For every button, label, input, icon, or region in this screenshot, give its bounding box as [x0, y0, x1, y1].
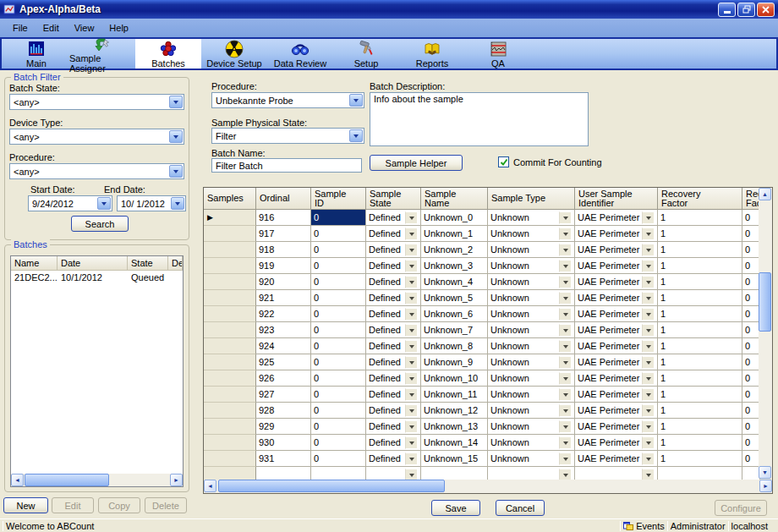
grid-cell-ordinal[interactable]: 918: [256, 242, 311, 258]
drop-down-button[interactable]: [642, 228, 655, 240]
chevron-down-icon[interactable]: [169, 130, 183, 143]
grid-column-header-sample-id[interactable]: Sample ID: [311, 188, 366, 210]
drop-down-button[interactable]: [405, 228, 418, 240]
grid-cell-sample-state[interactable]: Defined: [366, 338, 421, 354]
grid-cell-ordinal[interactable]: 922: [256, 306, 311, 322]
drop-down-button[interactable]: [405, 388, 418, 401]
menu-item-help[interactable]: Help: [101, 20, 136, 36]
grid-row-header[interactable]: [204, 451, 256, 467]
grid-cell-ordinal[interactable]: 931: [256, 451, 311, 467]
drop-down-button[interactable]: [642, 420, 655, 433]
drop-down-button[interactable]: [559, 276, 572, 288]
grid-cell-sample-name[interactable]: Unknown_14: [421, 435, 488, 451]
menu-item-file[interactable]: File: [5, 20, 36, 36]
grid-cell-recovery-factor-2[interactable]: 0: [742, 338, 760, 354]
restore-button[interactable]: [737, 3, 755, 17]
delete-button[interactable]: Delete: [145, 497, 187, 513]
grid-row-header[interactable]: [204, 467, 256, 480]
grid-row-header[interactable]: [204, 242, 256, 258]
filter-procedure-select[interactable]: <any>: [9, 163, 184, 179]
grid-cell-recovery-factor[interactable]: 1: [658, 354, 742, 370]
commit-checkbox[interactable]: [498, 156, 509, 167]
grid-cell-identifier[interactable]: UAE Perimeter: [575, 435, 658, 451]
grid-cell-sample-name[interactable]: Unknown_13: [421, 419, 488, 435]
grid-column-header-ordinal[interactable]: Ordinal: [256, 188, 311, 210]
close-button[interactable]: [757, 3, 775, 17]
grid-row-header[interactable]: [204, 419, 256, 435]
grid-cell-sample-state[interactable]: Defined: [366, 451, 421, 467]
grid-cell-recovery-factor-2[interactable]: 0: [742, 322, 760, 338]
batches-column-header-date[interactable]: Date: [58, 256, 128, 270]
toolbar-button-setup[interactable]: Setup: [333, 39, 399, 69]
grid-cell-sample-id[interactable]: 0: [311, 370, 366, 387]
procedure-select[interactable]: Unbekannte Probe: [211, 92, 364, 108]
grid-cell-sample-name[interactable]: Unknown_9: [421, 354, 488, 370]
grid-cell-recovery-factor[interactable]: 1: [658, 370, 742, 387]
scroll-left-icon[interactable]: ◄: [11, 474, 24, 486]
grid-cell-identifier[interactable]: UAE Perimeter: [575, 419, 658, 435]
grid-cell-sample-type[interactable]: Unknown: [488, 435, 575, 451]
grid-cell-ordinal[interactable]: 923: [256, 322, 311, 338]
drop-down-button[interactable]: [405, 324, 418, 337]
grid-cell-identifier[interactable]: UAE Perimeter: [575, 403, 658, 419]
grid-row-header[interactable]: [204, 274, 256, 290]
configure-button[interactable]: Configure: [715, 500, 767, 516]
grid-cell-sample-type[interactable]: Unknown: [488, 258, 575, 274]
grid-cell-sample-name[interactable]: [421, 467, 488, 480]
drop-down-button[interactable]: [405, 244, 418, 256]
batches-column-header-de[interactable]: De: [168, 256, 183, 270]
toolbar-button-reports[interactable]: Reports: [399, 39, 465, 69]
batches-column-header-state[interactable]: State: [128, 256, 168, 270]
physical-state-select[interactable]: Filter: [211, 128, 364, 144]
grid-column-header-sample-state[interactable]: Sample State: [366, 188, 421, 210]
grid-cell-sample-name[interactable]: Unknown_5: [421, 290, 488, 306]
grid-cell-sample-state[interactable]: Defined: [366, 274, 421, 290]
batch-description-input[interactable]: Info about the sample: [370, 92, 589, 146]
grid-cell-recovery-factor[interactable]: 1: [658, 242, 742, 258]
drop-down-button[interactable]: [642, 276, 655, 288]
drop-down-button[interactable]: [642, 260, 655, 272]
device-type-select[interactable]: <any>: [9, 129, 184, 145]
drop-down-button[interactable]: [642, 356, 655, 369]
drop-down-button[interactable]: [405, 211, 418, 224]
drop-down-button[interactable]: [642, 211, 655, 224]
grid-cell-identifier[interactable]: UAE Perimeter: [575, 210, 658, 226]
grid-cell-recovery-factor-2[interactable]: 0: [742, 242, 760, 258]
grid-cell-identifier[interactable]: UAE Perimeter: [575, 274, 658, 290]
grid-row-header[interactable]: [204, 322, 256, 338]
grid-cell-sample-type[interactable]: Unknown: [488, 338, 575, 354]
grid-cell-sample-type[interactable]: Unknown: [488, 451, 575, 467]
grid-cell-identifier[interactable]: UAE Perimeter: [575, 242, 658, 258]
drop-down-button[interactable]: [559, 324, 572, 337]
grid-cell-sample-type[interactable]: Unknown: [488, 290, 575, 306]
drop-down-button[interactable]: [559, 228, 572, 240]
grid-cell-recovery-factor-2[interactable]: 0: [742, 210, 760, 226]
grid-cell-recovery-factor[interactable]: 1: [658, 419, 742, 435]
grid-cell-recovery-factor-2[interactable]: 0: [742, 370, 760, 387]
grid-column-header-sample-name[interactable]: Sample Name: [421, 188, 488, 210]
grid-cell-sample-name[interactable]: Unknown_12: [421, 403, 488, 419]
grid-cell-recovery-factor[interactable]: 1: [658, 387, 742, 403]
new-button[interactable]: New: [3, 497, 48, 513]
grid-cell-sample-state[interactable]: Defined: [366, 322, 421, 338]
chevron-down-icon[interactable]: [171, 197, 184, 210]
grid-cell-identifier[interactable]: UAE Perimeter: [575, 322, 658, 338]
drop-down-button[interactable]: [405, 452, 418, 465]
minimize-button[interactable]: [718, 3, 736, 17]
grid-cell-recovery-factor[interactable]: 1: [658, 338, 742, 354]
drop-down-button[interactable]: [642, 404, 655, 417]
drop-down-button[interactable]: [642, 308, 655, 321]
grid-cell-sample-type[interactable]: [488, 467, 575, 480]
grid-cell-recovery-factor-2[interactable]: 0: [742, 226, 760, 242]
grid-cell-sample-name[interactable]: Unknown_6: [421, 306, 488, 322]
toolbar-button-sample-assigner[interactable]: Sample Assigner: [69, 39, 135, 69]
toolbar-button-device-setup[interactable]: Device Setup: [201, 39, 267, 69]
grid-cell-sample-id[interactable]: 0: [311, 387, 366, 403]
grid-row-header[interactable]: [204, 435, 256, 451]
grid-cell-ordinal[interactable]: 917: [256, 226, 311, 242]
grid-cell-sample-name[interactable]: Unknown_4: [421, 274, 488, 290]
grid-cell-recovery-factor-2[interactable]: 0: [742, 387, 760, 403]
grid-cell-sample-id[interactable]: 0: [311, 274, 366, 290]
grid-cell-identifier[interactable]: UAE Perimeter: [575, 354, 658, 370]
grid-cell-sample-type[interactable]: Unknown: [488, 419, 575, 435]
